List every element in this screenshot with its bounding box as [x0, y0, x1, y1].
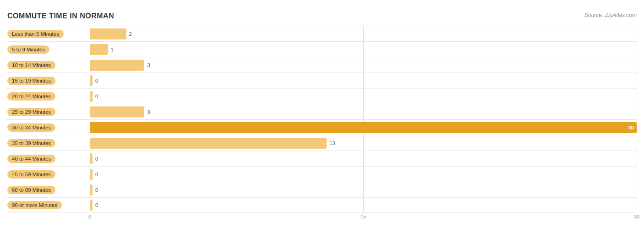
bar-label: 25 to 29 Minutes [7, 108, 90, 116]
bar-fill [90, 200, 93, 211]
bar-value: 13 [329, 140, 335, 146]
grid-line-30 [637, 167, 637, 182]
bar-label-text: 20 to 24 Minutes [7, 92, 55, 100]
bar-track: 0 [90, 151, 637, 166]
grid-line-30 [637, 135, 637, 151]
chart-container: COMMUTE TIME IN NORMAN Source: ZipAtlas.… [7, 7, 637, 229]
bar-track: 2 [90, 26, 637, 41]
grid-line-30 [637, 57, 637, 73]
bar-track: 0 [90, 89, 637, 104]
bar-fill [90, 138, 327, 149]
bar-row: 10 to 14 Minutes3 [7, 57, 637, 73]
grid-line-30 [637, 120, 637, 135]
bar-fill [90, 28, 126, 39]
bar-row: 25 to 29 Minutes3 [7, 104, 637, 119]
bar-value: 0 [95, 172, 98, 177]
x-tick-0: 0 [88, 214, 91, 219]
bar-value-inside: 30 [628, 125, 634, 130]
bar-fill: 30 [90, 122, 637, 133]
bar-value: 0 [95, 78, 98, 84]
bar-label-text: 60 to 89 Minutes [7, 186, 55, 194]
bar-label-text: 35 to 39 Minutes [7, 139, 55, 147]
bar-label-text: 5 to 9 Minutes [7, 45, 49, 54]
bar-row: 40 to 44 Minutes0 [7, 151, 637, 166]
bar-value: 0 [95, 202, 98, 208]
bar-track: 0 [90, 73, 637, 88]
bar-label: Less than 5 Minutes [7, 30, 90, 38]
bar-fill [90, 91, 93, 102]
bar-value: 3 [147, 109, 150, 115]
bar-row: 45 to 59 Minutes0 [7, 166, 637, 182]
bar-track: 0 [90, 198, 637, 212]
bar-fill [90, 153, 93, 164]
grid-line-30 [637, 198, 637, 212]
bar-label-text: 90 or more Minutes [7, 201, 62, 209]
grid-line-30 [637, 73, 637, 88]
bar-track: 0 [90, 182, 637, 197]
bar-track: 0 [90, 167, 637, 182]
chart-title: COMMUTE TIME IN NORMAN [7, 12, 114, 20]
bars-wrapper: Less than 5 Minutes25 to 9 Minutes110 to… [7, 26, 637, 224]
bar-value: 3 [147, 62, 150, 68]
bar-value: 1 [111, 47, 114, 52]
bar-value: 2 [129, 31, 132, 37]
bar-row: Less than 5 Minutes2 [7, 26, 637, 41]
bar-row: 35 to 39 Minutes13 [7, 135, 637, 151]
bar-label: 30 to 34 Minutes [7, 123, 90, 132]
bar-track: 1 [90, 42, 637, 57]
bar-label: 40 to 44 Minutes [7, 155, 90, 163]
bar-label: 60 to 89 Minutes [7, 186, 90, 194]
bar-track: 3 [90, 104, 637, 119]
bar-label: 10 to 14 Minutes [7, 61, 90, 69]
bar-fill [90, 106, 144, 117]
bar-label-text: 15 to 19 Minutes [7, 77, 55, 85]
grid-line-30 [637, 104, 637, 119]
bar-label-text: 10 to 14 Minutes [7, 61, 55, 69]
grid-line-30 [637, 151, 637, 166]
bar-track: 13 [90, 135, 637, 151]
bar-value: 0 [95, 94, 98, 99]
bar-label: 15 to 19 Minutes [7, 77, 90, 85]
bar-label-text: 30 to 34 Minutes [7, 123, 55, 132]
bar-label: 35 to 39 Minutes [7, 139, 90, 147]
x-tick-30: 30 [634, 214, 639, 219]
bar-row: 90 or more Minutes0 [7, 197, 637, 213]
x-tick-15: 15 [360, 214, 366, 219]
grid-line-30 [637, 26, 637, 41]
bar-fill [90, 60, 144, 71]
bar-fill [90, 169, 93, 180]
chart-header: COMMUTE TIME IN NORMAN Source: ZipAtlas.… [7, 12, 637, 20]
bar-fill [90, 44, 108, 55]
bar-label-text: Less than 5 Minutes [7, 30, 64, 38]
bar-label: 5 to 9 Minutes [7, 45, 90, 54]
grid-line-30 [637, 89, 637, 104]
bar-row: 60 to 89 Minutes0 [7, 182, 637, 197]
bar-label-text: 40 to 44 Minutes [7, 155, 55, 163]
bar-row: 5 to 9 Minutes1 [7, 41, 637, 57]
bar-label: 90 or more Minutes [7, 201, 90, 209]
bar-track: 30 [90, 120, 637, 135]
bar-label: 45 to 59 Minutes [7, 170, 90, 179]
bar-fill [90, 184, 93, 195]
grid-line-30 [637, 182, 637, 197]
bar-value: 0 [95, 187, 98, 193]
bar-label-text: 45 to 59 Minutes [7, 170, 55, 179]
chart-source: Source: ZipAtlas.com [584, 12, 637, 18]
bar-label-text: 25 to 29 Minutes [7, 108, 55, 116]
bar-row: 15 to 19 Minutes0 [7, 73, 637, 88]
bar-track: 3 [90, 57, 637, 73]
bar-row: 20 to 24 Minutes0 [7, 88, 637, 104]
bar-value: 0 [95, 156, 98, 162]
bars-container: Less than 5 Minutes25 to 9 Minutes110 to… [7, 26, 637, 213]
x-axis: 0 15 30 [90, 214, 637, 224]
bar-label: 20 to 24 Minutes [7, 92, 90, 100]
bar-fill [90, 75, 93, 86]
grid-line-30 [637, 42, 637, 57]
bar-row: 30 to 34 Minutes30 [7, 119, 637, 135]
